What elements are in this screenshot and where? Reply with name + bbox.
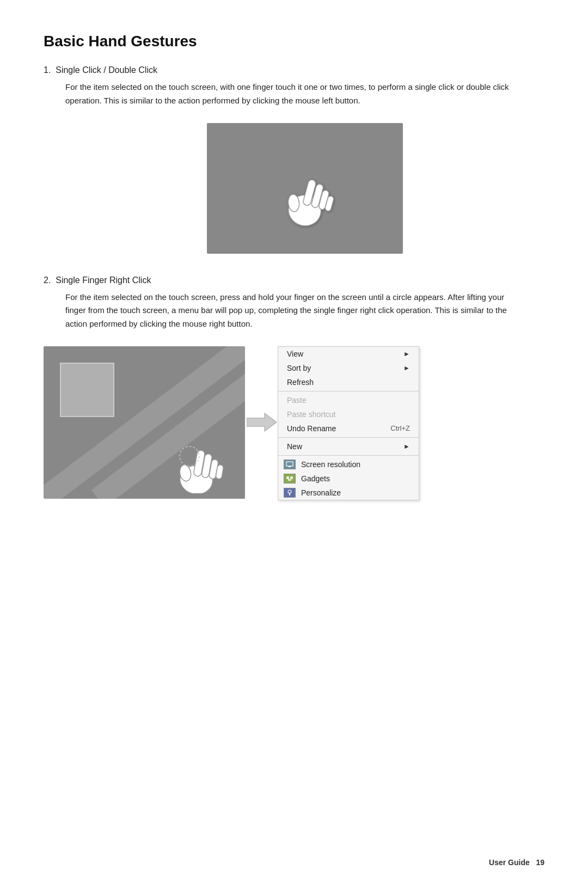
bg-lines — [44, 346, 245, 499]
page-footer: User Guide 19 — [489, 858, 544, 867]
svg-rect-16 — [286, 462, 293, 466]
menu-item-new[interactable]: New ► — [278, 439, 419, 454]
menu-item-screen-resolution[interactable]: Screen resolution — [278, 457, 419, 472]
menu-item-view[interactable]: View ► — [278, 347, 419, 361]
svg-rect-19 — [290, 476, 293, 479]
sort-arrow-icon: ► — [403, 364, 410, 372]
section-1-description: For the item selected on the touch scree… — [65, 81, 512, 108]
section-2-heading: 2. Single Finger Right Click — [44, 275, 544, 285]
svg-rect-20 — [288, 479, 291, 481]
svg-rect-22 — [289, 493, 290, 495]
menu-item-paste-label: Paste — [287, 396, 307, 405]
menu-item-refresh[interactable]: Refresh — [278, 375, 419, 389]
section-1-heading: 1. Single Click / Double Click — [44, 65, 544, 75]
personalize-icon — [284, 488, 296, 498]
svg-rect-17 — [289, 466, 291, 467]
right-click-gesture-image — [44, 346, 245, 499]
screen-resolution-icon — [284, 460, 296, 469]
footer-page-number: 19 — [536, 858, 544, 867]
menu-item-view-label: View — [287, 350, 303, 358]
right-arrow — [245, 346, 278, 499]
tap-hand-icon — [261, 145, 348, 232]
section-2-description: For the item selected on the touch scree… — [65, 291, 512, 331]
menu-item-undo-rename[interactable]: Undo Rename Ctrl+Z — [278, 421, 419, 436]
screen-resolution-label: Screen resolution — [301, 460, 360, 469]
paint-icon — [286, 489, 293, 496]
section-2: 2. Single Finger Right Click For the ite… — [44, 275, 544, 500]
monitor-icon — [286, 461, 293, 468]
footer-label: User Guide — [489, 858, 530, 867]
menu-item-personalize[interactable]: Personalize — [278, 486, 419, 500]
menu-item-refresh-label: Refresh — [287, 378, 314, 387]
gadget-icon — [286, 475, 293, 482]
gadgets-label: Gadgets — [301, 474, 330, 483]
page-title: Basic Hand Gestures — [44, 33, 544, 50]
separator-2 — [278, 437, 419, 438]
gadgets-icon — [284, 474, 296, 483]
svg-marker-15 — [247, 413, 277, 431]
view-arrow-icon: ► — [403, 350, 410, 358]
context-menu: View ► Sort by ► Refresh Paste Paste sho… — [278, 346, 419, 500]
arrow-icon — [247, 413, 277, 432]
menu-item-paste: Paste — [278, 393, 419, 407]
personalize-label: Personalize — [301, 488, 341, 497]
menu-item-undo-label: Undo Rename — [287, 424, 336, 433]
section-1: 1. Single Click / Double Click For the i… — [44, 65, 544, 254]
undo-shortcut-label: Ctrl+Z — [390, 424, 410, 432]
separator-1 — [278, 391, 419, 391]
separator-3 — [278, 455, 419, 456]
menu-item-sort-by[interactable]: Sort by ► — [278, 361, 419, 375]
menu-item-paste-shortcut-label: Paste shortcut — [287, 410, 336, 419]
menu-item-new-label: New — [287, 442, 302, 451]
menu-item-gadgets[interactable]: Gadgets — [278, 472, 419, 486]
new-arrow-icon: ► — [403, 443, 410, 450]
svg-point-21 — [288, 490, 291, 493]
menu-item-sort-label: Sort by — [287, 364, 311, 372]
section-2-images-container: View ► Sort by ► Refresh Paste Paste sho… — [44, 346, 544, 500]
single-click-image — [207, 123, 403, 254]
svg-rect-18 — [286, 476, 289, 479]
single-click-image-container — [65, 123, 544, 254]
menu-item-paste-shortcut: Paste shortcut — [278, 407, 419, 421]
